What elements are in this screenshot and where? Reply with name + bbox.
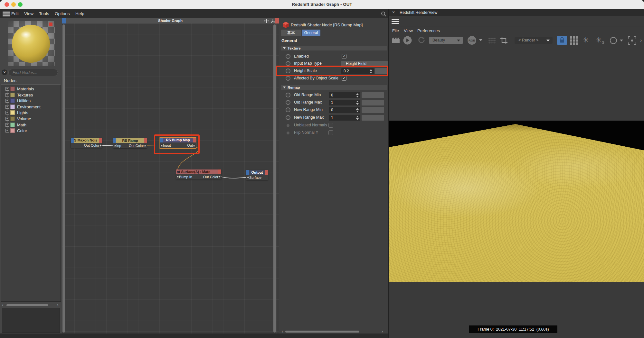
node-corner-blue	[71, 138, 74, 143]
texture-section-header[interactable]: Texture	[281, 46, 387, 50]
tab-general[interactable]: General	[302, 30, 320, 36]
channel-caret-icon[interactable]	[479, 39, 482, 41]
old-range-max-slider[interactable]	[362, 100, 384, 105]
new-range-min-label: New Range Min	[294, 107, 323, 112]
render-viewport[interactable]	[389, 121, 644, 282]
channel-rgb-button[interactable]: RGB	[468, 36, 476, 45]
menu-edit[interactable]: Edit	[10, 9, 20, 18]
out-color-port[interactable]	[99, 144, 102, 147]
toolbar-overflow-icon[interactable]: ›	[640, 39, 642, 42]
bucket-grid-icon[interactable]	[570, 36, 578, 45]
new-range-min-input[interactable]: 0	[329, 107, 360, 113]
old-range-max-input[interactable]: 1	[329, 100, 360, 105]
keyframe-dot[interactable]	[286, 93, 290, 97]
camera-dropdown[interactable]: < Render >	[515, 37, 553, 44]
focus-target-icon[interactable]	[628, 36, 636, 45]
shader-graph-canvas[interactable]: Shader Graph S Maxon Nois	[62, 18, 279, 333]
new-range-max-input[interactable]: 1	[329, 115, 360, 121]
row-old-range-max: Old Range Max 1	[281, 99, 388, 106]
stepper[interactable]	[355, 93, 360, 97]
find-nodes-input[interactable]	[9, 69, 58, 76]
snapshot-film-icon[interactable]	[392, 37, 400, 43]
expand-icon[interactable]: +	[5, 87, 9, 91]
freeze-icon[interactable]: ✳	[583, 36, 589, 45]
tree-item-materials[interactable]: + Materials	[1, 86, 61, 92]
enabled-checkbox[interactable]: ✓	[342, 54, 346, 59]
sample-caret-icon[interactable]	[620, 40, 623, 41]
sidebar-hscrollbar[interactable]	[6, 304, 48, 306]
renderview-tab-title[interactable]: Redshift RenderView	[400, 10, 437, 15]
tree-item-lights[interactable]: + Lights	[1, 110, 61, 116]
scroll-right-icon[interactable]: ›	[382, 330, 383, 333]
tree-item-environment[interactable]: + Environment	[1, 104, 61, 110]
crop-icon[interactable]	[500, 36, 508, 45]
find-nodes-field[interactable]	[8, 69, 58, 76]
material-preview[interactable]	[8, 21, 55, 66]
node-rs-ramp[interactable]: RS Ramp Inp Out Color	[113, 138, 147, 148]
old-range-min-input[interactable]: 0	[329, 92, 360, 98]
menu-options[interactable]: Options	[53, 9, 71, 18]
expand-icon[interactable]: +	[5, 93, 9, 97]
aov-dropdown[interactable]: Beauty	[429, 37, 463, 44]
scroll-left-icon[interactable]: ‹	[282, 330, 283, 333]
expand-icon[interactable]: +	[5, 105, 9, 109]
keyframe-dot[interactable]	[286, 115, 290, 120]
lock-render-camera-button[interactable]	[557, 36, 567, 45]
scroll-right-icon[interactable]: ›	[57, 303, 59, 306]
surface-port[interactable]	[247, 176, 250, 179]
keyframe-dot[interactable]	[286, 76, 290, 81]
rv-menu-file[interactable]: File	[392, 28, 399, 34]
start-render-play-icon[interactable]	[403, 36, 412, 45]
node-maxon-noise[interactable]: S Maxon Nois Out Color	[71, 138, 102, 148]
keyframe-dot[interactable]	[286, 100, 290, 105]
new-range-max-slider[interactable]	[362, 115, 384, 121]
node-output[interactable]: Output Surface	[246, 170, 268, 180]
old-range-min-slider[interactable]	[362, 92, 384, 98]
inspector-hscrollbar[interactable]	[285, 331, 359, 333]
close-tab-icon[interactable]: ×	[392, 10, 395, 15]
flip-normal-y-checkbox[interactable]	[328, 130, 333, 135]
stepper[interactable]	[355, 108, 360, 112]
node-surface-material[interactable]: nt Surface(A) : Mate Bump In Out Color	[176, 169, 221, 179]
expand-icon[interactable]: +	[5, 99, 9, 103]
tree-item-volume[interactable]: + Volume	[1, 116, 61, 122]
affected-checkbox[interactable]: ✓	[342, 76, 346, 81]
expand-icon[interactable]: +	[5, 111, 9, 114]
freeze-geometry-icon[interactable]: ✳G	[596, 36, 604, 47]
stepper[interactable]	[355, 101, 360, 105]
tree-item-color[interactable]: + Color	[1, 128, 61, 134]
input-port[interactable]	[114, 144, 117, 147]
tree-item-textures[interactable]: + Textures	[1, 92, 61, 98]
renderview-menu-icon[interactable]	[392, 19, 399, 24]
rv-menu-view[interactable]: View	[404, 28, 413, 34]
menu-view[interactable]: View	[23, 9, 35, 18]
menu-help[interactable]: Help	[74, 9, 86, 18]
rv-menu-preferences[interactable]: Preferences	[417, 28, 440, 34]
stepper[interactable]	[355, 116, 360, 120]
menu-icon[interactable]	[3, 12, 10, 16]
expand-icon[interactable]: +	[5, 129, 9, 132]
out-color-port[interactable]	[144, 144, 147, 147]
annotation-height-scale	[276, 66, 388, 76]
region-dots-icon[interactable]	[488, 37, 496, 44]
tree-item-math[interactable]: + Math	[1, 122, 61, 128]
sample-circle-icon[interactable]	[610, 37, 617, 44]
keyframe-dot[interactable]	[286, 107, 290, 112]
search-icon[interactable]	[381, 11, 386, 17]
tab-basic[interactable]: 基本	[281, 30, 301, 36]
menu-tools[interactable]: Tools	[38, 9, 51, 18]
out-color-port[interactable]	[218, 175, 221, 178]
expand-icon[interactable]: +	[5, 117, 9, 121]
remap-section-header[interactable]: Remap	[281, 85, 387, 90]
tree-item-utilities[interactable]: + Utilities	[1, 98, 61, 104]
keyframe-dot[interactable]	[286, 54, 290, 59]
restart-render-icon[interactable]	[418, 37, 425, 44]
clear-search-icon[interactable]: ×	[2, 69, 7, 75]
keyframe-dot[interactable]	[286, 61, 290, 66]
bump-input-port[interactable]	[176, 175, 179, 178]
scroll-left-icon[interactable]: ‹	[2, 303, 4, 306]
expand-icon[interactable]: +	[5, 123, 9, 127]
new-range-min-slider[interactable]	[362, 107, 384, 113]
inspector-title: Redshift Shader Node [RS Bump Map]	[291, 23, 363, 27]
unbiased-normals-checkbox[interactable]	[328, 123, 333, 128]
